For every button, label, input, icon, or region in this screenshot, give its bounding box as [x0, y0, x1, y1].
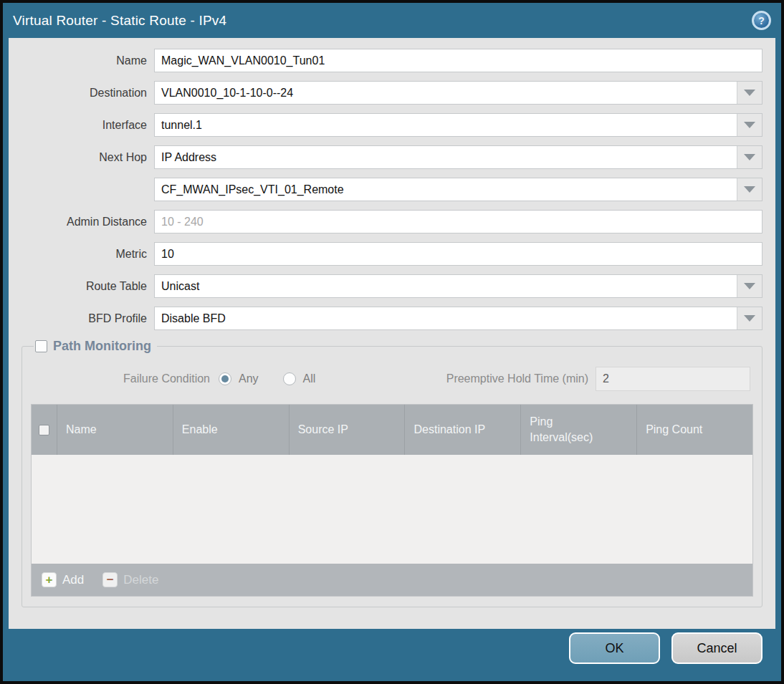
route-table-label: Route Table — [21, 280, 154, 293]
table-header-enable[interactable]: Enable — [173, 405, 290, 455]
preemptive-hold-time-label: Preemptive Hold Time (min) — [446, 372, 596, 385]
interface-field — [154, 113, 763, 137]
radio-all-icon[interactable] — [283, 372, 296, 385]
table-header-row: Name Enable Source IP Destination IP Pin… — [32, 405, 752, 455]
interface-dropdown-trigger[interactable] — [737, 114, 762, 136]
radio-all-label: All — [303, 372, 316, 385]
next-hop-dropdown-trigger[interactable] — [737, 146, 762, 168]
chevron-down-icon — [744, 90, 755, 96]
dialog-content: Name Destination Interface Next Hop — [9, 38, 775, 629]
next-hop-label: Next Hop — [21, 151, 154, 164]
help-icon[interactable]: ? — [752, 11, 771, 30]
path-monitoring-checkbox[interactable] — [35, 340, 47, 352]
form-row-next-hop-address — [21, 178, 763, 201]
radio-option-any[interactable]: Any — [219, 372, 259, 385]
destination-dropdown-trigger[interactable] — [737, 82, 762, 104]
admin-distance-input[interactable] — [155, 211, 762, 233]
interface-input[interactable] — [155, 114, 737, 136]
metric-label: Metric — [21, 248, 154, 261]
preemptive-hold-time-group: Preemptive Hold Time (min) — [446, 367, 750, 391]
minus-icon: − — [102, 572, 118, 587]
table-header-ping-count[interactable]: Ping Count — [637, 405, 752, 455]
name-input[interactable] — [155, 49, 762, 72]
preemptive-hold-time-input[interactable] — [596, 367, 750, 391]
interface-label: Interface — [21, 119, 154, 132]
route-table-field — [154, 274, 763, 298]
bfd-profile-label: BFD Profile — [21, 312, 154, 325]
next-hop-address-dropdown-trigger[interactable] — [737, 178, 762, 201]
ok-button[interactable]: OK — [569, 632, 660, 664]
name-field — [154, 49, 763, 72]
table-header-source-ip[interactable]: Source IP — [290, 405, 406, 455]
cancel-button[interactable]: Cancel — [671, 632, 763, 664]
failure-condition-radio-group: Any All — [219, 372, 315, 385]
failure-condition-label: Failure Condition — [34, 372, 219, 385]
delete-button[interactable]: − Delete — [102, 572, 158, 587]
dialog-title: Virtual Router - Static Route - IPv4 — [13, 13, 226, 29]
next-hop-address-field — [154, 178, 763, 201]
path-monitoring-legend: Path Monitoring — [34, 339, 157, 354]
plus-icon: + — [42, 572, 57, 587]
route-table-input[interactable] — [155, 275, 737, 297]
form-row-next-hop: Next Hop — [21, 145, 763, 169]
select-all-checkbox[interactable] — [39, 425, 49, 435]
admin-distance-field — [154, 210, 763, 233]
table-header-ping-interval[interactable]: Ping Interval(sec) — [521, 405, 637, 455]
destination-input[interactable] — [155, 82, 737, 104]
next-hop-type-input[interactable] — [155, 146, 737, 168]
table-header-name[interactable]: Name — [57, 405, 173, 455]
table-body-empty[interactable] — [32, 455, 752, 564]
admin-distance-label: Admin Distance — [21, 216, 154, 228]
chevron-down-icon — [744, 315, 755, 322]
form-row-destination: Destination — [21, 81, 763, 105]
table-header-checkbox-cell — [32, 405, 57, 455]
add-button[interactable]: + Add — [42, 572, 84, 587]
dialog-footer: OK Cancel — [3, 629, 781, 681]
radio-option-all[interactable]: All — [283, 372, 316, 385]
delete-button-label: Delete — [123, 573, 158, 587]
table-footer-toolbar: + Add − Delete — [32, 564, 752, 596]
form-row-bfd-profile: BFD Profile — [21, 307, 763, 330]
path-monitoring-table: Name Enable Source IP Destination IP Pin… — [31, 404, 753, 597]
form-row-interface: Interface — [21, 113, 763, 137]
add-button-label: Add — [62, 573, 84, 587]
chevron-down-icon — [744, 154, 755, 160]
form-row-route-table: Route Table — [21, 274, 763, 298]
chevron-down-icon — [744, 122, 755, 128]
bfd-profile-field — [154, 307, 763, 330]
radio-any-icon[interactable] — [219, 372, 231, 385]
radio-any-label: Any — [239, 372, 259, 385]
destination-label: Destination — [21, 87, 154, 100]
table-header-destination-ip[interactable]: Destination IP — [405, 405, 521, 455]
chevron-down-icon — [744, 283, 755, 289]
next-hop-address-input[interactable] — [155, 178, 737, 201]
static-route-dialog: Virtual Router - Static Route - IPv4 ? N… — [0, 0, 784, 684]
path-monitoring-title: Path Monitoring — [53, 339, 151, 354]
metric-field — [154, 242, 763, 266]
path-monitoring-section: Path Monitoring Failure Condition Any Al… — [21, 339, 763, 607]
name-label: Name — [21, 54, 154, 67]
route-table-dropdown-trigger[interactable] — [737, 275, 762, 297]
form-row-metric: Metric — [21, 242, 763, 266]
bfd-profile-input[interactable] — [155, 307, 737, 329]
form-row-name: Name — [21, 49, 763, 72]
chevron-down-icon — [744, 186, 755, 193]
dialog-titlebar: Virtual Router - Static Route - IPv4 ? — [3, 3, 781, 38]
next-hop-type-field — [154, 145, 763, 169]
bfd-profile-dropdown-trigger[interactable] — [737, 307, 762, 329]
destination-field — [154, 81, 763, 105]
failure-condition-row: Failure Condition Any All Preemptive Hol… — [34, 367, 750, 391]
metric-input[interactable] — [155, 243, 762, 265]
form-row-admin-distance: Admin Distance — [21, 210, 763, 233]
